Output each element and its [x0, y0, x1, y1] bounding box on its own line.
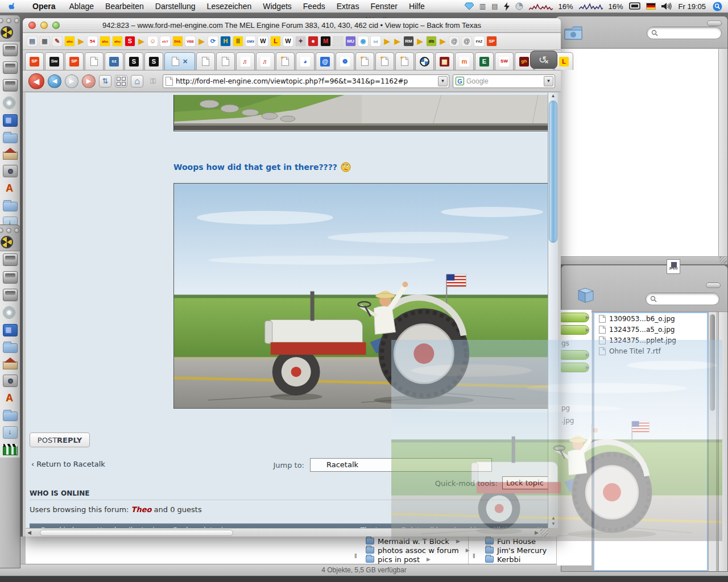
volume-icon[interactable]: [661, 2, 672, 10]
column-resize-knob[interactable]: ‖: [473, 552, 476, 559]
display-menu-icon[interactable]: ▤: [491, 2, 498, 10]
return-to-forum-link[interactable]: ‹ Return to Racetalk: [31, 460, 105, 468]
folder-icon[interactable]: [3, 202, 18, 211]
fast-forward-button[interactable]: ▶: [82, 74, 96, 88]
post-photo-tractor[interactable]: [173, 183, 548, 409]
apple-menu-icon[interactable]: [8, 2, 16, 11]
window-buttons[interactable]: [0, 225, 20, 235]
menu-lesezeichen[interactable]: Lesezeichen: [201, 0, 258, 13]
menu-widgets[interactable]: Widgets: [257, 0, 297, 13]
jump-to-select[interactable]: Racetalk: [310, 458, 492, 472]
tab-s[interactable]: S: [125, 52, 143, 70]
ahu-icon[interactable]: ahu: [65, 36, 75, 46]
tab-newpage[interactable]: ✦: [355, 52, 374, 70]
finder-window-top[interactable]: [555, 16, 728, 265]
tab-close-icon[interactable]: ✕: [183, 58, 188, 65]
spacer-arrow-icon[interactable]: ▶: [439, 36, 446, 46]
widget-menu-icon[interactable]: ▥: [479, 2, 486, 10]
opera-titlebar[interactable]: 942:823 – www.ford-mel-engine.com The ME…: [23, 18, 561, 33]
mu-icon[interactable]: MU: [346, 36, 355, 46]
at-icon[interactable]: @: [449, 36, 459, 46]
folder-icon[interactable]: [3, 411, 18, 421]
tab-newpage[interactable]: ✦: [375, 52, 394, 70]
tab-opera[interactable]: ◕: [296, 52, 315, 70]
signal-icon[interactable]: (o): [371, 36, 380, 46]
back-button[interactable]: ◀: [48, 74, 61, 88]
spacer-arrow-icon[interactable]: ▶: [394, 36, 401, 46]
folder-item[interactable]: photos assoc w forum▶: [366, 546, 470, 555]
list-row[interactable]: [558, 363, 589, 372]
search-input[interactable]: [646, 293, 719, 305]
file-item[interactable]: 1309053...b6_o.jpg: [594, 313, 707, 324]
disk-icon[interactable]: [3, 271, 18, 284]
folder-item[interactable]: Fun House: [485, 537, 547, 546]
tab-blank[interactable]: [85, 52, 104, 70]
moto-icon[interactable]: [333, 36, 343, 46]
tab-bmw[interactable]: [415, 52, 434, 70]
disk-icon[interactable]: [3, 79, 18, 92]
folder-icon[interactable]: [576, 287, 595, 304]
tab-newpage[interactable]: ✦: [276, 52, 295, 70]
bolt-menu-icon[interactable]: [504, 2, 510, 11]
runner-icon[interactable]: ✦: [296, 36, 305, 46]
disc-icon[interactable]: ◉: [358, 36, 368, 46]
folder-item[interactable]: Jim's Mercury: [485, 546, 547, 555]
tab-guitar[interactable]: ♬: [236, 52, 255, 70]
key-icon[interactable]: ⚿: [147, 75, 159, 88]
home-icon[interactable]: [3, 361, 18, 369]
closed-tabs-trash-button[interactable]: ↺✕: [530, 51, 557, 69]
folder-item[interactable]: pics in post▶: [366, 555, 470, 564]
photos-icon[interactable]: [3, 375, 18, 387]
scrollbar[interactable]: [718, 312, 727, 571]
tab-sw[interactable]: Sw: [45, 52, 64, 70]
tab-e[interactable]: E: [475, 52, 494, 70]
menu-extras[interactable]: Extras: [331, 0, 365, 13]
background-window-left-top[interactable]: [0, 15, 20, 225]
spacer-arrow-icon[interactable]: ▶: [416, 36, 424, 46]
opera-window[interactable]: 942:823 – www.ford-mel-engine.com The ME…: [23, 18, 561, 537]
search-dropdown-button[interactable]: ▼: [544, 76, 553, 86]
at-icon[interactable]: @: [462, 36, 471, 46]
finder-content[interactable]: [556, 49, 718, 256]
tab-spiegel[interactable]: SP: [25, 52, 44, 70]
menu-hilfe[interactable]: Hilfe: [403, 0, 431, 13]
spacer-arrow-icon[interactable]: ▶: [138, 36, 145, 46]
disk-icon[interactable]: [3, 289, 18, 301]
username-link[interactable]: Theo: [131, 505, 152, 514]
cpu-graph-icon[interactable]: [529, 2, 553, 10]
applications-icon[interactable]: [3, 182, 18, 195]
faz-icon[interactable]: FAZ: [474, 36, 484, 46]
disk-icon[interactable]: [3, 44, 18, 56]
printer-icon[interactable]: ▦: [40, 36, 49, 46]
scrollbar-thumb[interactable]: [40, 530, 233, 536]
menu-darstellung[interactable]: Darstellung: [150, 0, 201, 13]
address-field[interactable]: http://ford-mel-engine.com/viewtopic.php…: [163, 74, 449, 88]
scrollbar-thumb[interactable]: [549, 101, 557, 243]
spiegel-icon[interactable]: SP: [487, 36, 497, 46]
tab-sw2[interactable]: SW: [495, 52, 514, 70]
display-icon[interactable]: [629, 2, 640, 10]
applications-icon[interactable]: [3, 392, 18, 405]
cpu-graph-icon[interactable]: [579, 2, 603, 10]
disk-icon[interactable]: [3, 61, 18, 74]
tab-newpage[interactable]: ✦: [395, 52, 414, 70]
reload-icon[interactable]: ⇅: [99, 75, 111, 88]
panel-icon[interactable]: [3, 114, 18, 127]
file-item[interactable]: 1324375...a5_o.jpg: [594, 324, 707, 335]
scrollbar[interactable]: [718, 49, 727, 256]
post-reply-button[interactable]: POSTREPLY: [30, 433, 90, 447]
home-icon[interactable]: ⌂: [131, 75, 143, 88]
face-icon[interactable]: ☺: [148, 36, 158, 46]
tab-s[interactable]: S: [144, 52, 163, 70]
dhl-icon[interactable]: DHL: [173, 36, 183, 46]
file-list[interactable]: 1309053...b6_o.jpg1324375...a5_o.jpg1324…: [593, 312, 708, 571]
spacer-arrow-icon[interactable]: ▶: [383, 36, 391, 46]
folder-icon[interactable]: [564, 24, 583, 41]
menu-fenster[interactable]: Fenster: [365, 0, 403, 13]
page-scrollbar[interactable]: ▲ ▲▼: [548, 93, 558, 528]
spacer-arrow-icon[interactable]: ▶: [77, 36, 85, 46]
ahu-icon[interactable]: ahu: [100, 36, 110, 46]
fast-back-button[interactable]: ◀: [28, 73, 44, 89]
gmx-icon[interactable]: GMX: [246, 36, 255, 46]
menu-clock[interactable]: Fr 19:05: [677, 2, 707, 11]
